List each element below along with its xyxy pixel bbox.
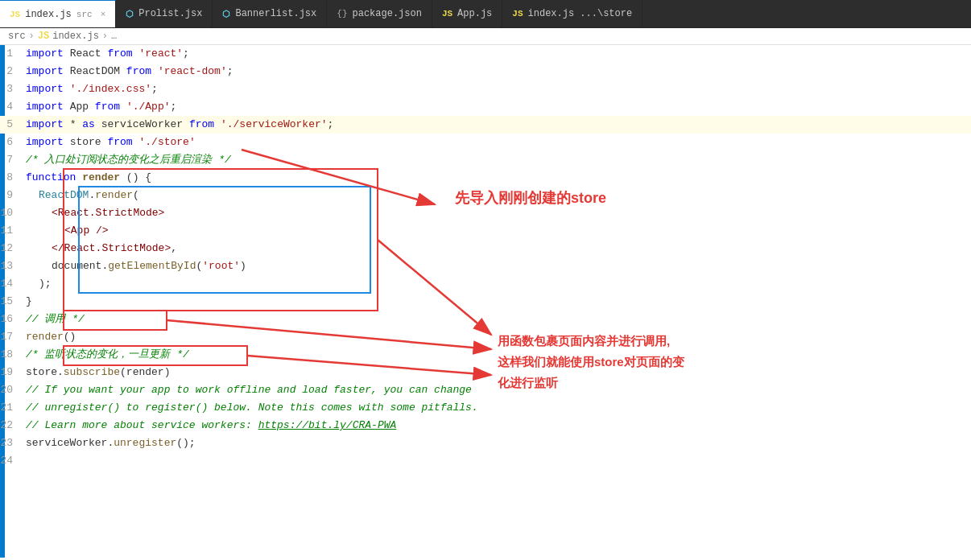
tab-prolist[interactable]: ⬡ Prolist.jsx <box>116 0 213 27</box>
code-line-19: 19 store.subscribe(render) <box>0 364 971 381</box>
tab-close-icon[interactable]: × <box>101 10 106 19</box>
tab-bar: JS index.js src × ⬡ Prolist.jsx ⬡ Banner… <box>0 0 971 28</box>
code-line-5: 5 import * as serviceWorker from './serv… <box>0 116 971 134</box>
breadcrumb-js-icon: JS <box>38 31 49 42</box>
code-line-8: 8 function render () { <box>0 169 971 187</box>
jsx-icon: ⬡ <box>222 9 230 19</box>
code-line-20: 20 // If you want your app to work offli… <box>0 381 971 399</box>
tab-label: index.js ...\store <box>528 8 633 19</box>
breadcrumb: src › JS index.js › … <box>0 28 971 45</box>
tab-path-label: src <box>76 10 93 19</box>
code-line-7: 7 /* 入口处订阅状态的变化之后重启渲染 */ <box>0 151 971 169</box>
breadcrumb-sep2: › <box>102 31 108 42</box>
code-line-21: 21 // unregister() to register() below. … <box>0 399 971 417</box>
code-line-18: 18 /* 监听状态的变化，一旦更新 */ <box>0 346 971 364</box>
code-line-1: 1 import React from 'react'; <box>0 45 971 63</box>
annotation-function: 用函数包裹页面内容并进行调用, 这样我们就能使用store对页面的变 化进行监听 <box>498 331 684 393</box>
editor-area: 1 import React from 'react'; 2 import Re… <box>0 45 971 558</box>
breadcrumb-filename: index.js <box>52 31 99 42</box>
code-line-23: 23 serviceWorker.unregister(); <box>0 434 971 452</box>
breadcrumb-src: src <box>8 31 26 42</box>
tab-label: Bannerlist.jsx <box>235 8 316 19</box>
code-line-4: 4 import App from './App'; <box>0 98 971 116</box>
tab-label: App.js <box>457 8 492 19</box>
code-line-24: 24 <box>0 452 971 470</box>
code-line-15: 15 } <box>0 293 971 311</box>
code-line-22: 22 // Learn more about service workers: … <box>0 417 971 434</box>
tab-label: index.js <box>25 9 72 20</box>
code-line-16: 16 // 调用 */ <box>0 311 971 328</box>
code-line-11: 11 <App /> <box>0 222 971 240</box>
code-line-3: 3 import './index.css'; <box>0 80 971 98</box>
code-line-2: 2 import ReactDOM from 'react-dom'; <box>0 63 971 80</box>
code-line-12: 12 </React.StrictMode>, <box>0 240 971 257</box>
tab-bannerlist[interactable]: ⬡ Bannerlist.jsx <box>213 0 327 27</box>
annotation-store: 先导入刚刚创建的store <box>455 188 606 208</box>
tab-index-js[interactable]: JS index.js src × <box>0 0 116 27</box>
js-icon: JS <box>512 9 523 19</box>
code-line-13: 13 document.getElementById('root') <box>0 257 971 275</box>
tab-app-js[interactable]: JS App.js <box>432 0 502 27</box>
json-icon: {} <box>337 9 347 19</box>
js-icon: JS <box>10 10 20 19</box>
breadcrumb-ellipsis: … <box>111 31 117 42</box>
jsx-icon: ⬡ <box>126 9 134 19</box>
breadcrumb-sep1: › <box>29 31 35 42</box>
tab-label: Prolist.jsx <box>138 8 202 19</box>
tab-index-store[interactable]: JS index.js ...\store <box>502 0 643 27</box>
tab-package-json[interactable]: {} package.json <box>327 0 432 27</box>
code-line-17: 17 render() <box>0 328 971 346</box>
js-icon: JS <box>442 9 452 19</box>
code-line-14: 14 ); <box>0 275 971 293</box>
tab-label: package.json <box>352 8 421 19</box>
code-line-6: 6 import store from './store' <box>0 134 971 151</box>
